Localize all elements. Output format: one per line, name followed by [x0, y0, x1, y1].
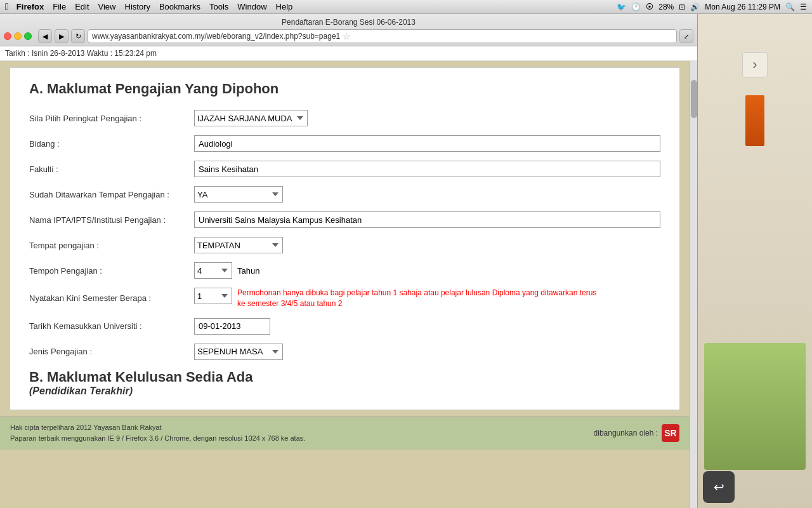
clock-icon: 🕐: [631, 3, 641, 11]
search-icon[interactable]: 🔍: [785, 3, 795, 11]
volume-icon: 🔊: [690, 3, 700, 11]
menu-bookmarks[interactable]: Bookmarks: [159, 2, 200, 11]
page-footer: Hak cipta terpelihara 2012 Yayasan Bank …: [0, 417, 690, 450]
jenis-select[interactable]: SEPENUH MASA: [194, 344, 283, 360]
page-content: A. Maklumat Pengajian Yang Dipohon Sila …: [0, 61, 690, 508]
minimize-button[interactable]: [14, 32, 22, 40]
jenis-row: Jenis Pengajian : SEPENUH MASA: [29, 344, 660, 360]
tempat-label: Tempat pengajian :: [29, 241, 194, 250]
fakulti-control: [194, 161, 660, 177]
browser-title: Pendaftaran E-Borang Sesi 06-06-2013: [4, 17, 693, 29]
green-decoration: [704, 343, 806, 470]
tempat-row: Tempat pengajian : TEMPATAN: [29, 237, 660, 253]
back-nav-button[interactable]: ◀: [38, 29, 52, 43]
ditawarkan-label: Sudah Ditawarkan Tempat Pengajian :: [29, 190, 194, 199]
jenis-control: SEPENUH MASA: [194, 344, 660, 360]
back-button[interactable]: ↩: [703, 471, 735, 503]
browser-window: Pendaftaran E-Borang Sesi 06-06-2013 ◀ ▶…: [0, 14, 698, 508]
peringkat-select[interactable]: IJAZAH SARJANA MUDA: [194, 110, 308, 126]
apple-menu[interactable]: : [5, 1, 9, 13]
tempoh-select[interactable]: 4: [194, 262, 232, 279]
fakulti-label: Fakulti :: [29, 164, 194, 174]
peringkat-control: IJAZAH SARJANA MUDA: [194, 110, 660, 126]
nama-ipta-row: Nama IPTA/IPTS/Institusi Pengajian :: [29, 211, 660, 228]
tarikh-input[interactable]: [194, 318, 270, 335]
footer-left: Hak cipta terpelihara 2012 Yayasan Bank …: [10, 422, 305, 444]
scrollbar[interactable]: [690, 61, 697, 508]
peringkat-row: Sila Pilih Peringkat Pengajian : IJAZAH …: [29, 110, 660, 126]
semester-label: Nyatakan Kini Semester Berapa :: [29, 293, 194, 303]
forward-nav-button[interactable]: ▶: [55, 29, 69, 43]
traffic-lights: [4, 32, 32, 40]
section-b-subtitle: (Pendidikan Terakhir): [29, 385, 660, 397]
bidang-label: Bidang :: [29, 139, 194, 149]
bidang-input[interactable]: [194, 135, 660, 152]
browser-toolbar: Pendaftaran E-Borang Sesi 06-06-2013 ◀ ▶…: [0, 14, 697, 46]
menu-window[interactable]: Window: [237, 2, 266, 11]
refresh-button[interactable]: ↻: [71, 29, 85, 43]
menu-edit[interactable]: Edit: [75, 2, 89, 11]
resize-button[interactable]: ⤢: [679, 29, 693, 43]
browser-note-text: Paparan terbaik menggunakan IE 9 / Firef…: [10, 433, 305, 444]
bidang-control: [194, 135, 660, 152]
section-b-title: B. Maklumat Kelulusan Sedia Ada: [29, 369, 660, 385]
close-button[interactable]: [4, 32, 11, 40]
menu-history[interactable]: History: [125, 2, 150, 11]
orange-decoration: [745, 95, 764, 146]
tempoh-row: Tempoh Pengajian : 4 Tahun: [29, 262, 660, 279]
ditawarkan-control: YA: [194, 186, 660, 203]
battery-text: 28%: [658, 3, 674, 11]
nama-ipta-label: Nama IPTA/IPTS/Institusi Pengajian :: [29, 215, 194, 225]
mac-menubar:  Firefox File Edit View History Bookmar…: [0, 0, 812, 14]
semester-note: Permohonan hanya dibuka bagi pelajar tah…: [237, 288, 605, 309]
tempoh-label: Tempoh Pengajian :: [29, 266, 194, 276]
tarikh-label: Tarikh Kemasukkan Universiti :: [29, 321, 194, 331]
menu-icon[interactable]: ☰: [800, 3, 807, 11]
tarikh-row: Tarikh Kemasukkan Universiti :: [29, 318, 660, 335]
semester-control: 1 Permohonan hanya dibuka bagi pelajar t…: [194, 288, 660, 309]
url-bar[interactable]: www.yayasanbankrakyat.com.my/web/eborang…: [88, 29, 677, 43]
form-container: A. Maklumat Pengajian Yang Dipohon Sila …: [10, 67, 680, 410]
bidang-row: Bidang :: [29, 135, 660, 152]
built-by-text: dibangunkan oleh :: [594, 429, 658, 438]
menu-file[interactable]: File: [53, 2, 66, 11]
datetime: Mon Aug 26 11:29 PM: [705, 3, 780, 11]
date-bar: Tarikh : Isnin 26-8-2013 Waktu : 15:23:2…: [0, 46, 697, 61]
right-sidebar: › ↩: [698, 14, 812, 508]
footer-right: dibangunkan oleh : SR: [594, 424, 679, 442]
back-icon: ↩: [714, 479, 724, 495]
tarikh-control: [194, 318, 660, 335]
fakulti-row: Fakulti :: [29, 161, 660, 177]
copyright-text: Hak cipta terpelihara 2012 Yayasan Bank …: [10, 422, 305, 434]
jenis-label: Jenis Pengajian :: [29, 347, 194, 356]
bookmark-star-icon[interactable]: ☆: [343, 31, 351, 41]
semester-row: Nyatakan Kini Semester Berapa : 1 Permoh…: [29, 288, 660, 309]
bluetooth-icon: ⦿: [646, 3, 653, 11]
menu-view[interactable]: View: [98, 2, 116, 11]
url-text: www.yayasanbankrakyat.com.my/web/eborang…: [92, 32, 340, 41]
maximize-button[interactable]: [24, 32, 32, 40]
peringkat-label: Sila Pilih Peringkat Pengajian :: [29, 114, 194, 123]
nama-ipta-input[interactable]: [194, 211, 660, 228]
nama-ipta-control: [194, 211, 660, 228]
twitter-icon: 🐦: [617, 3, 626, 11]
date-text: Tarikh : Isnin 26-8-2013 Waktu : 15:23:2…: [5, 49, 157, 58]
semester-select[interactable]: 1: [194, 288, 232, 304]
sr-logo: SR: [662, 424, 679, 442]
ditawarkan-row: Sudah Ditawarkan Tempat Pengajian : YA: [29, 186, 660, 203]
expand-arrow[interactable]: ›: [742, 52, 768, 77]
tempoh-unit: Tahun: [237, 266, 259, 276]
ditawarkan-select[interactable]: YA: [194, 186, 283, 203]
wifi-icon: ⊡: [679, 3, 685, 11]
tempat-select[interactable]: TEMPATAN: [194, 237, 283, 253]
section-a-title: A. Maklumat Pengajian Yang Dipohon: [29, 81, 660, 97]
menu-tools[interactable]: Tools: [209, 2, 228, 11]
menu-firefox[interactable]: Firefox: [16, 2, 44, 11]
scrollbar-thumb[interactable]: [691, 80, 697, 118]
fakulti-input[interactable]: [194, 161, 660, 177]
tempat-control: TEMPATAN: [194, 237, 660, 253]
menu-help[interactable]: Help: [276, 2, 293, 11]
tempoh-control: 4 Tahun: [194, 262, 660, 279]
menubar-right: 🐦 🕐 ⦿ 28% ⊡ 🔊 Mon Aug 26 11:29 PM 🔍 ☰: [617, 3, 807, 11]
